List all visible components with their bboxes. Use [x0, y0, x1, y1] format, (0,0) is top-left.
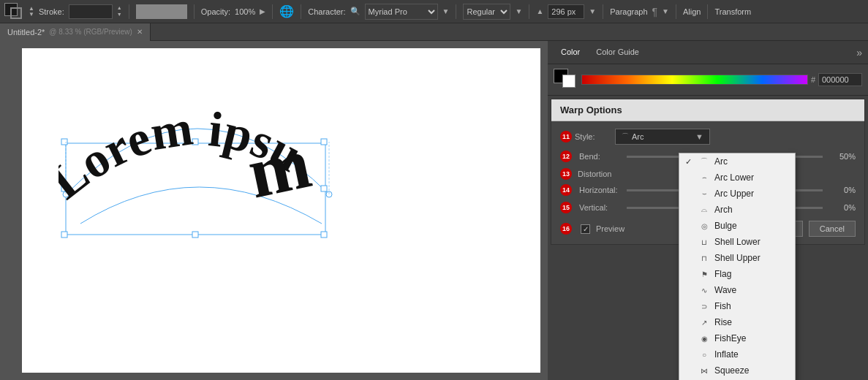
panel-tab-bar: Color Color Guide »	[548, 41, 868, 64]
badge-16: 16	[560, 223, 572, 235]
arc-icon-small: ⌒	[622, 132, 629, 142]
right-panel: Color Color Guide » # Warp Options 11 St…	[548, 41, 868, 380]
arc-upper-label: Arc Upper	[714, 189, 754, 199]
dropdown-item-wave[interactable]: ∿ Wave	[679, 282, 795, 298]
transform-label: Transform	[714, 7, 751, 16]
canvas-area: Lorem ipsu m	[0, 41, 548, 380]
arc-lower-label: Arc Lower	[714, 172, 754, 183]
style-value: Arc	[632, 132, 644, 141]
preview-checkbox[interactable]: ✓	[581, 224, 590, 234]
color-hex-input[interactable]	[818, 73, 862, 86]
squeeze-icon: ⋈	[698, 365, 710, 376]
font-size-input[interactable]	[548, 4, 584, 19]
fill-stroke-swatches[interactable]	[4, 3, 25, 20]
style-dropdown-arrow[interactable]: ▼	[515, 7, 522, 15]
shell-upper-icon: ⊓	[698, 253, 710, 263]
tab-title: Untitled-2*	[7, 28, 45, 37]
dropdown-item-inflate[interactable]: ○ Inflate	[679, 346, 795, 362]
flag-label: Flag	[714, 269, 731, 279]
divider-1	[129, 4, 129, 19]
gradient-bar[interactable]	[581, 75, 808, 85]
style-label: Style:	[575, 132, 615, 141]
font-select[interactable]: Myriad Pro	[365, 4, 438, 20]
character-search-icon[interactable]: 🔍	[350, 7, 361, 16]
badge-15: 15	[560, 202, 572, 213]
bend-label: Bend:	[579, 152, 619, 161]
warp-dialog-body: 11 Style: ⌒ Arc ▼ ✓ ⌒ Arc	[551, 121, 864, 244]
arc-option-icon: ⌒	[698, 156, 710, 167]
dropdown-item-fish[interactable]: ⊃ Fish	[679, 298, 795, 314]
opacity-arrow[interactable]: ▶	[260, 7, 265, 15]
dropdown-item-fisheye[interactable]: ◉ FishEye	[679, 330, 795, 346]
dropdown-item-bulge[interactable]: ◎ Bulge	[679, 218, 795, 234]
shell-upper-label: Shell Upper	[714, 253, 761, 263]
arch-icon: ⌓	[698, 205, 710, 215]
dropdown-item-shell-upper[interactable]: ⊓ Shell Upper	[679, 250, 795, 266]
dropdown-item-shell-lower[interactable]: ⊔ Shell Lower	[679, 234, 795, 250]
badge-12: 12	[560, 151, 572, 162]
dropdown-item-rise[interactable]: ↗ Rise	[679, 314, 795, 330]
style-dropdown-menu[interactable]: ✓ ⌒ Arc ⌢ Arc Lower ⌣	[679, 153, 796, 380]
paragraph-label: Paragraph	[610, 7, 647, 16]
vertical-label: Vertical:	[579, 203, 619, 212]
paragraph-dropdown-arrow[interactable]: ▼	[662, 7, 669, 15]
divider-7	[603, 4, 603, 19]
style-select-btn[interactable]: ⌒ Arc ▼ ✓ ⌒ Arc ⌢	[615, 129, 710, 145]
warp-dialog-header: Warp Options	[551, 99, 864, 121]
tab-close-icon[interactable]: ✕	[137, 28, 143, 36]
stroke-input[interactable]	[69, 4, 113, 19]
preview-label: Preview	[596, 224, 624, 233]
divider-8	[676, 4, 676, 19]
stroke-stepper[interactable]: ▲ ▼	[117, 5, 122, 18]
arc-label: Arc	[714, 156, 728, 167]
divider-5	[456, 4, 456, 19]
fg-bg-swatches[interactable]	[554, 69, 578, 91]
horizontal-value: 0%	[830, 186, 856, 194]
stroke-swatch[interactable]	[10, 7, 22, 19]
document-tab[interactable]: Untitled-2* @ 8.33 % (RGB/Preview) ✕	[0, 23, 151, 41]
shell-lower-label: Shell Lower	[714, 237, 761, 247]
divider-2	[194, 4, 195, 19]
color-row: #	[548, 64, 868, 96]
bend-value: 50%	[830, 152, 856, 161]
arch-label: Arch	[714, 205, 733, 215]
color-preview-bar	[136, 4, 187, 19]
cancel-button[interactable]: Cancel	[809, 221, 856, 237]
main-content: Lorem ipsu m Color Color Guide » #	[0, 41, 868, 380]
arc-lower-icon: ⌢	[698, 172, 710, 183]
stroke-label: Stroke:	[39, 7, 64, 16]
font-dropdown-arrow[interactable]: ▼	[442, 7, 450, 15]
check-icon: ✓	[685, 157, 694, 167]
background-swatch[interactable]	[562, 75, 575, 88]
dropdown-item-squeeze[interactable]: ⋈ Squeeze	[679, 362, 795, 379]
fish-label: Fish	[714, 301, 731, 311]
tab-color[interactable]: Color	[554, 45, 587, 61]
tab-subtitle: @ 8.33 % (RGB/Preview)	[49, 28, 132, 36]
wave-icon: ∿	[698, 285, 710, 295]
text-warp-area: Lorem ipsu m	[59, 77, 336, 231]
swatch-arrows[interactable]: ▲ ▼	[29, 6, 34, 18]
size-down-arrow[interactable]: ▼	[589, 7, 596, 15]
inflate-label: Inflate	[714, 349, 739, 360]
dropdown-item-arc-upper[interactable]: ⌣ Arc Upper	[679, 186, 795, 202]
dropdown-item-arch[interactable]: ⌓ Arch	[679, 202, 795, 218]
style-row: 11 Style: ⌒ Arc ▼ ✓ ⌒ Arc	[560, 129, 856, 145]
align-label: Align	[683, 7, 701, 16]
style-dropdown-arrow[interactable]: ▼	[695, 132, 703, 141]
arc-upper-icon: ⌣	[698, 189, 710, 199]
color-hash: #	[811, 75, 815, 84]
warped-text-svg: Lorem ipsu m	[59, 77, 336, 238]
dropdown-item-arc[interactable]: ✓ ⌒ Arc	[679, 153, 795, 170]
shell-lower-icon: ⊔	[698, 237, 710, 247]
squeeze-label: Squeeze	[714, 365, 749, 376]
panel-expand-icon[interactable]: »	[856, 47, 862, 58]
dropdown-item-arc-lower[interactable]: ⌢ Arc Lower	[679, 170, 795, 186]
canvas-background: Lorem ipsu m	[22, 48, 540, 373]
vertical-value: 0%	[830, 203, 856, 212]
wave-label: Wave	[714, 285, 736, 295]
dropdown-item-flag[interactable]: ⚑ Flag	[679, 266, 795, 282]
font-style-select[interactable]: Regular	[463, 4, 510, 20]
tab-color-guide[interactable]: Color Guide	[589, 45, 646, 61]
fisheye-label: FishEye	[714, 333, 746, 343]
size-up-arrow[interactable]: ▲	[536, 7, 543, 15]
